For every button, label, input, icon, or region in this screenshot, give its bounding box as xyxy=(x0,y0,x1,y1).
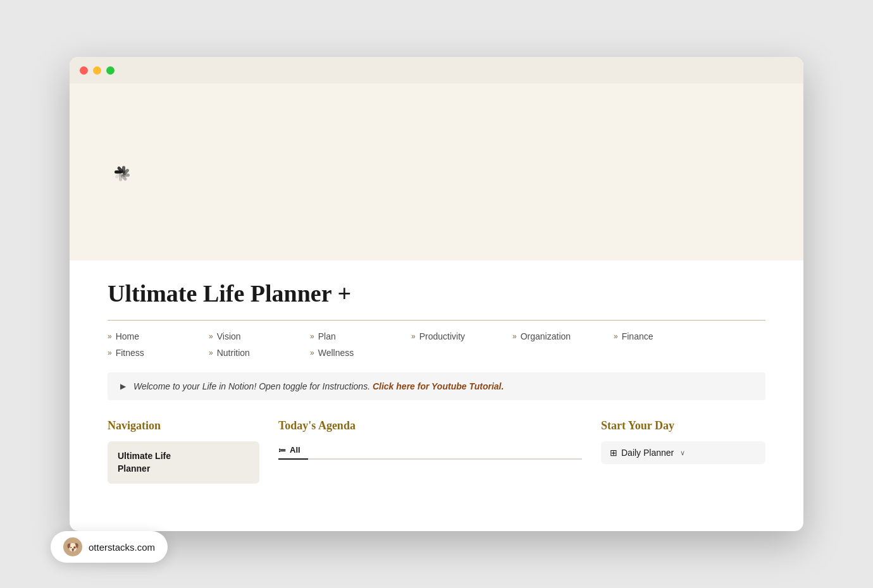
nav-label-plan: Plan xyxy=(318,331,336,341)
toggle-youtube-link[interactable]: Click here for Youtube Tutorial. xyxy=(373,381,504,391)
nav-chevron-finance: » xyxy=(614,332,618,341)
hero-section xyxy=(70,83,803,260)
nav-label-finance: Finance xyxy=(622,331,653,341)
browser-content: Ultimate Life Planner + » Home » Vision … xyxy=(70,83,803,509)
nav-label-productivity: Productivity xyxy=(419,331,465,341)
start-day-heading: Start Your Day xyxy=(601,419,765,432)
nav-item-fitness[interactable]: » Fitness xyxy=(108,346,209,360)
tooltip-bar: 🐶 otterstacks.com xyxy=(51,531,168,563)
nav-chevron-fitness: » xyxy=(108,348,112,357)
nav-chevron-nutrition: » xyxy=(209,348,213,357)
start-day-column: Start Your Day ⊞ Daily Planner ∨ xyxy=(601,419,765,484)
nav-label-vision: Vision xyxy=(217,331,241,341)
nav-item-home[interactable]: » Home xyxy=(108,329,209,343)
toggle-text: Welcome to your Life in Notion! Open tog… xyxy=(133,381,504,391)
traffic-light-green[interactable] xyxy=(106,66,115,75)
toggle-arrow-icon: ▶ xyxy=(120,382,126,391)
browser-titlebar xyxy=(70,57,803,83)
nav-item-finance[interactable]: » Finance xyxy=(614,329,715,343)
nav-item-organization[interactable]: » Organization xyxy=(512,329,614,343)
daily-planner-icon: ⊞ xyxy=(610,448,617,458)
toggle-block[interactable]: ▶ Welcome to your Life in Notion! Open t… xyxy=(108,372,765,400)
nav-label-organization: Organization xyxy=(521,331,571,341)
nav-links: » Home » Vision » Plan » Productivity xyxy=(108,329,765,360)
toggle-instructions-text: Welcome to your Life in Notion! Open tog… xyxy=(133,381,370,391)
nav-label-nutrition: Nutrition xyxy=(217,348,250,358)
ultimate-life-planner-card[interactable]: Ultimate LifePlanner xyxy=(108,441,259,484)
navigation-column: Navigation Ultimate LifePlanner xyxy=(108,419,259,484)
page-title: Ultimate Life Planner + xyxy=(108,279,765,307)
nav-chevron-vision: » xyxy=(209,332,213,341)
browser-window: Ultimate Life Planner + » Home » Vision … xyxy=(70,57,803,531)
nav-label-home: Home xyxy=(116,331,139,341)
nav-chevron-organization: » xyxy=(512,332,517,341)
traffic-light-red[interactable] xyxy=(80,66,88,75)
nav-label-fitness: Fitness xyxy=(116,348,144,358)
nav-row-1: » Home » Vision » Plan » Productivity xyxy=(108,329,765,343)
agenda-tabs: ≔ All xyxy=(278,441,582,460)
navigation-heading: Navigation xyxy=(108,419,259,432)
daily-planner-dropdown[interactable]: ⊞ Daily Planner ∨ xyxy=(601,441,765,464)
traffic-light-yellow[interactable] xyxy=(93,66,101,75)
three-column-layout: Navigation Ultimate LifePlanner Today's … xyxy=(108,419,765,484)
nav-chevron-plan: » xyxy=(310,332,314,341)
nav-chevron-home: » xyxy=(108,332,112,341)
dropdown-chevron-icon: ∨ xyxy=(680,449,685,457)
nav-row-2: » Fitness » Nutrition » Wellness xyxy=(108,346,765,360)
nav-item-plan[interactable]: » Plan xyxy=(310,329,411,343)
agenda-heading: Today's Agenda xyxy=(278,419,582,432)
nav-item-productivity[interactable]: » Productivity xyxy=(411,329,512,343)
tooltip-emoji: 🐶 xyxy=(66,541,79,553)
agenda-tab-icon: ≔ xyxy=(278,446,286,455)
loading-spinner xyxy=(108,144,164,200)
main-content: Ultimate Life Planner + » Home » Vision … xyxy=(70,260,803,509)
nav-item-wellness[interactable]: » Wellness xyxy=(310,346,411,360)
nav-item-vision[interactable]: » Vision xyxy=(209,329,310,343)
agenda-tab-all[interactable]: ≔ All xyxy=(278,441,308,460)
tooltip-logo-icon: 🐶 xyxy=(63,537,82,556)
nav-divider xyxy=(108,320,765,321)
agenda-tab-label: All xyxy=(290,445,300,455)
nav-item-nutrition[interactable]: » Nutrition xyxy=(209,346,310,360)
nav-label-wellness: Wellness xyxy=(318,348,354,358)
agenda-column: Today's Agenda ≔ All xyxy=(278,419,582,484)
tooltip-domain: otterstacks.com xyxy=(89,542,155,553)
nav-chevron-productivity: » xyxy=(411,332,416,341)
daily-planner-label: Daily Planner xyxy=(621,448,674,458)
nav-chevron-wellness: » xyxy=(310,348,314,357)
